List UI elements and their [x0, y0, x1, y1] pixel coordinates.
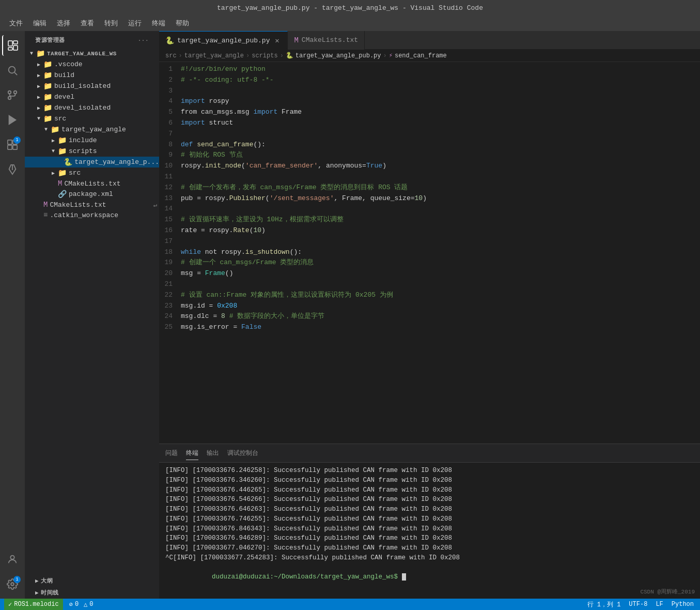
menu-goto[interactable]: 转到 [100, 18, 122, 29]
run-debug-icon[interactable] [2, 110, 23, 130]
cl-11 [181, 172, 427, 182]
tree-item-py-file[interactable]: ▶ 🐍 target_yaw_angle_p... [25, 157, 159, 167]
tree-item-catkin[interactable]: ▶ ≡ .catkin_workspace [25, 210, 159, 220]
test-icon[interactable] [2, 159, 23, 180]
term-line-10: ^C[INFO] [1700033677.254283]: Successful… [165, 553, 694, 563]
breadcrumb-scripts[interactable]: scripts [252, 52, 277, 59]
tree-item-devel[interactable]: ▶ 📁 devel [25, 91, 159, 102]
breadcrumb-pkg[interactable]: target_yaw_angle [184, 52, 244, 59]
tree-item-scripts[interactable]: ▼ 📁 scripts [25, 146, 159, 157]
tree-item-cmake-inner[interactable]: ▶ M CMakeLists.txt [25, 178, 159, 189]
ln-12: 12 [159, 182, 181, 193]
tree-item-package-xml[interactable]: ▶ 🔗 package.xml [25, 189, 159, 200]
term-line-3: [INFO] [1700033676.446265]: Successfully… [165, 485, 694, 495]
tab-cmake[interactable]: M CMakeLists.txt [288, 31, 365, 50]
search-icon[interactable] [2, 60, 23, 81]
code-line-5: 5 from can_msgs.msg import Frame [159, 107, 427, 118]
tree-item-src[interactable]: ▼ 📁 src [25, 113, 159, 124]
status-ros[interactable]: ✓ ROS1.melodic [4, 599, 63, 610]
sidebar: 资源管理器 ··· ▼ 📁 TARGET_YAW_ANGLE_WS ▶ 📁 .v… [25, 31, 159, 599]
cl-23: msg.id = 0x208 [181, 301, 427, 312]
tree-arrow-src-inner: ▶ [50, 170, 57, 176]
term-line-6: [INFO] [1700033676.746255]: Successfully… [165, 514, 694, 524]
menu-edit[interactable]: 编辑 [29, 18, 51, 29]
ln-14: 14 [159, 204, 181, 215]
menu-select[interactable]: 选择 [53, 18, 74, 29]
status-encoding[interactable]: UTF-8 [627, 601, 649, 608]
ln-19: 19 [159, 257, 181, 268]
menu-terminal[interactable]: 终端 [148, 18, 169, 29]
tree-item-build-isolated[interactable]: ▶ 📁 build_isolated [25, 81, 159, 91]
status-eol[interactable]: LF [654, 601, 665, 608]
cl-14 [181, 204, 427, 215]
tabs-bar: 🐍 target_yaw_angle_pub.py ✕ M CMakeLists… [159, 31, 700, 50]
ln-18: 18 [159, 247, 181, 258]
status-language[interactable]: Python [670, 601, 696, 608]
timeline-section[interactable]: ▶ 时间线 [25, 587, 159, 599]
tab-cmake-icon: M [294, 36, 298, 44]
term-line-8: [INFO] [1700033676.946289]: Successfully… [165, 533, 694, 543]
term-tab-output[interactable]: 输出 [207, 447, 219, 460]
ln-16: 16 [159, 225, 181, 236]
cl-19: # 创建一个 can_msgs/Frame 类型的消息 [181, 257, 427, 268]
svg-rect-13 [13, 145, 17, 149]
source-control-icon[interactable] [2, 85, 23, 105]
code-line-12: 12 # 创建一个发布者，发布 can_msgs/Frame 类型的消息到目标 … [159, 182, 427, 193]
code-line-4: 4 import rospy [159, 96, 427, 107]
ros-label: ROS1.melodic [14, 601, 58, 608]
code-line-22: 22 # 设置 can::Frame 对象的属性，这里以设置标识符为 0x205… [159, 290, 427, 301]
code-line-17: 17 [159, 236, 427, 247]
status-position[interactable]: 行 1，列 1 [585, 600, 623, 609]
status-errors[interactable]: ⊘ 0 △ 0 [67, 601, 96, 608]
term-tab-debug[interactable]: 调试控制台 [227, 447, 258, 460]
tab-python[interactable]: 🐍 target_yaw_angle_pub.py ✕ [159, 31, 288, 50]
breadcrumb-fn[interactable]: send_can_frame [395, 52, 447, 59]
term-tab-terminal[interactable]: 终端 [186, 447, 198, 460]
menu-file[interactable]: 文件 [5, 18, 27, 29]
cl-9: # 初始化 ROS 节点 [181, 150, 427, 161]
menu-help[interactable]: 帮助 [172, 18, 193, 29]
tree-item-include[interactable]: ▶ 📁 include [25, 135, 159, 146]
tab-python-close[interactable]: ✕ [273, 36, 281, 44]
svg-rect-3 [8, 48, 12, 50]
cl-4: import rospy [181, 96, 427, 107]
account-icon[interactable] [2, 549, 23, 570]
extensions-icon[interactable]: 1 [2, 134, 23, 155]
status-left: ✓ ROS1.melodic ⊘ 0 △ 0 [4, 599, 96, 610]
file-cmake-outer-icon: M [43, 201, 48, 209]
cl-15: # 设置循环速率，这里设为 10Hz，根据需求可以调整 [181, 215, 427, 225]
cl-7 [181, 129, 427, 140]
sidebar-more-icon[interactable]: ··· [138, 37, 149, 43]
cl-18: while not rospy.is_shutdown(): [181, 247, 427, 258]
term-tab-problems[interactable]: 问题 [165, 447, 178, 460]
code-line-8: 8 def send_can_frame(): [159, 140, 427, 150]
tree-label-catkin: .catkin_workspace [50, 211, 118, 219]
tree-item-build[interactable]: ▶ 📁 build [25, 70, 159, 81]
activity-bar: 1 1 [0, 31, 25, 599]
file-tree: ▼ 📁 TARGET_YAW_ANGLE_WS ▶ 📁 .vscode ▶ 📁 … [25, 48, 159, 575]
tree-item-target-yaw[interactable]: ▼ 📁 target_yaw_angle [25, 124, 159, 135]
breadcrumb-fn-icon: ⚡ [389, 52, 393, 59]
breadcrumb-src[interactable]: src [165, 52, 177, 59]
tree-item-cmake-outer[interactable]: ▶ M CMakeLists.txt ↵ [25, 200, 159, 210]
code-line-16: 16 rate = rospy.Rate(10) [159, 225, 427, 236]
tree-label-build-isolated: build_isolated [54, 82, 111, 90]
tree-item-devel-isolated[interactable]: ▶ 📁 devel_isolated [25, 102, 159, 113]
settings-icon[interactable]: 1 [2, 574, 23, 594]
outline-section[interactable]: ▶ 大纲 [25, 575, 159, 587]
code-line-23: 23 msg.id = 0x208 [159, 301, 427, 312]
terminal-content[interactable]: [INFO] [1700033676.246258]: Successfully… [159, 463, 700, 599]
menu-run[interactable]: 运行 [124, 18, 146, 29]
code-editor[interactable]: 1 #!/usr/bin/env python 2 # -*- coding: … [159, 62, 700, 444]
tree-item-vscode[interactable]: ▶ 📁 .vscode [25, 59, 159, 70]
menu-view[interactable]: 查看 [76, 18, 98, 29]
ln-8: 8 [159, 140, 181, 150]
explorer-icon[interactable] [2, 35, 23, 56]
file-xml-icon: 🔗 [58, 190, 67, 199]
breadcrumb-file[interactable]: target_yaw_angle_pub.py [295, 52, 381, 59]
breadcrumb-sep2: › [246, 52, 250, 59]
tree-item-src-inner[interactable]: ▶ 📁 src [25, 167, 159, 178]
term-line-2: [INFO] [1700033676.346260]: Successfully… [165, 476, 694, 485]
cl-2: # -*- coding: utf-8 -*- [181, 75, 427, 86]
tree-item-root[interactable]: ▼ 📁 TARGET_YAW_ANGLE_WS [25, 48, 159, 59]
